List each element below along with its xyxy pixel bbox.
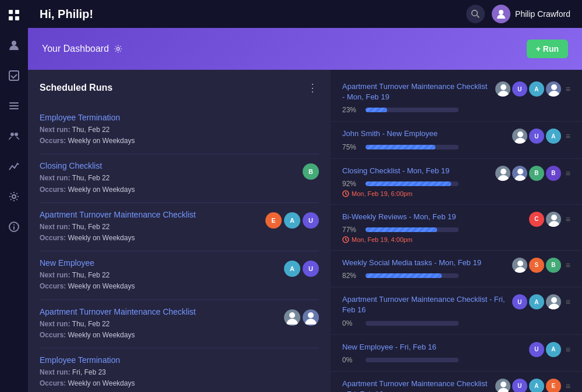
sidebar-item-list[interactable] (6, 98, 22, 114)
avatar (284, 309, 300, 326)
activity-menu-button[interactable]: ≡ (566, 169, 570, 178)
svg-point-15 (472, 10, 478, 16)
avatar: E (265, 212, 282, 229)
sidebar-item-team[interactable] (6, 128, 22, 144)
avatar-group: B (303, 163, 319, 180)
activity-time: Mon, Feb 19, 4:00pm (342, 236, 522, 243)
run-item-name[interactable]: Employee Termination (40, 113, 319, 122)
activity-name[interactable]: Apartment Turnover Maintenance Checklist… (342, 379, 488, 392)
svg-point-29 (517, 261, 523, 266)
avatar: E (546, 379, 561, 392)
progress-bar (365, 358, 459, 362)
user-profile[interactable]: Philip Crawford (492, 5, 570, 23)
search-button[interactable] (466, 5, 485, 23)
topbar: Hi, Philip! Philip Crawford (28, 0, 582, 28)
svg-rect-3 (15, 16, 19, 20)
avatar: A (284, 261, 300, 277)
svg-point-22 (551, 84, 557, 90)
activity-menu-button[interactable]: ≡ (566, 261, 570, 270)
avatar (512, 129, 527, 144)
svg-point-18 (117, 48, 120, 51)
activity-menu-button[interactable]: ≡ (566, 131, 570, 141)
table-row: New Employee - Fri, Feb 160%UA≡ (331, 335, 582, 372)
table-row: Closing Checklist - Mon, Feb 1992% Mon, … (331, 159, 582, 205)
run-item-name[interactable]: Employee Termination (40, 355, 319, 365)
sidebar-item-person[interactable] (6, 37, 22, 54)
page-title: Hi, Philip! (40, 8, 459, 21)
avatar (546, 294, 561, 309)
activity-items-list: Apartment Turnover Maintenance Checklist… (331, 74, 582, 392)
avatar: B (546, 258, 561, 273)
sidebar-item-info[interactable] (6, 219, 22, 235)
avatar (495, 81, 510, 97)
panel-header: Scheduled Runs ⋮ (40, 81, 319, 94)
svg-point-9 (10, 133, 14, 136)
table-row: Apartment Turnover Maintenance Checklist… (331, 287, 582, 334)
more-button[interactable]: ⋮ (307, 81, 319, 94)
sidebar-item-grid[interactable] (6, 7, 22, 23)
activity-panel: Apartment Turnover Maintenance Checklist… (331, 70, 582, 392)
sidebar-item-check[interactable] (6, 67, 22, 84)
svg-rect-8 (9, 108, 19, 109)
svg-point-26 (517, 169, 523, 174)
svg-rect-6 (9, 102, 19, 104)
avatar (495, 379, 510, 392)
progress-bar (365, 181, 459, 186)
activity-name[interactable]: Apartment Turnover Maintenance Checklist… (342, 81, 488, 102)
panel-title: Scheduled Runs (40, 83, 112, 93)
progress-bar (365, 227, 459, 232)
avatar: A (529, 379, 544, 392)
svg-rect-13 (13, 226, 15, 230)
activity-name[interactable]: New Employee - Fri, Feb 16 (342, 342, 522, 352)
svg-point-31 (501, 382, 506, 387)
svg-point-30 (551, 297, 557, 303)
avatar-group: UA (512, 294, 561, 309)
list-item: New EmployeeNext run: Thu, Feb 22Occurs:… (40, 251, 319, 300)
activity-name[interactable]: Closing Checklist - Mon, Feb 19 (342, 166, 488, 176)
table-row: John Smith - New Employee75%UA≡ (331, 122, 582, 158)
list-item: Closing ChecklistNext run: Thu, Feb 22Oc… (40, 154, 319, 202)
avatar: A (529, 294, 544, 309)
progress-bar (365, 108, 459, 112)
run-item-name[interactable]: Apartment Turnover Maintenance Checklist (40, 307, 284, 316)
progress-percent: 0% (342, 356, 361, 364)
activity-menu-button[interactable]: ≡ (566, 297, 570, 307)
avatar (512, 258, 527, 273)
avatar: A (546, 129, 561, 144)
list-item: Employee TerminationNext run: Thu, Feb 2… (40, 106, 319, 154)
svg-rect-5 (9, 71, 19, 80)
progress-bar (365, 273, 459, 278)
activity-menu-button[interactable]: ≡ (566, 215, 570, 224)
svg-rect-2 (9, 16, 13, 20)
avatar: A (529, 81, 544, 97)
main-area: Hi, Philip! Philip Crawford Your Dashboa… (28, 0, 582, 392)
run-item-name[interactable]: Closing Checklist (40, 161, 303, 170)
activity-menu-button[interactable]: ≡ (566, 84, 570, 94)
dashboard-title: Your Dashboard (42, 44, 123, 54)
avatar (492, 5, 510, 23)
activity-name[interactable]: Weekly Social Media tasks - Mon, Feb 19 (342, 258, 505, 268)
avatar: C (529, 212, 544, 227)
run-item-name[interactable]: Apartment Turnover Maintenance Checklist (40, 210, 265, 219)
progress-percent: 75% (342, 143, 361, 151)
run-item-name[interactable]: New Employee (40, 258, 284, 268)
svg-point-28 (551, 215, 557, 220)
activity-name[interactable]: John Smith - New Employee (342, 129, 505, 139)
settings-icon[interactable] (113, 44, 123, 54)
avatar-group: UAE (495, 379, 561, 392)
progress-percent: 92% (342, 180, 361, 188)
svg-point-17 (499, 10, 503, 15)
avatar-group: EAU (265, 212, 319, 229)
activity-name[interactable]: Bi-Weekly Reviews - Mon, Feb 19 (342, 212, 522, 222)
sidebar-item-gear[interactable] (6, 188, 22, 205)
table-row: Apartment Turnover Maintenance Checklist… (331, 74, 582, 122)
activity-name[interactable]: Apartment Turnover Maintenance Checklist… (342, 294, 505, 315)
sidebar (0, 0, 28, 392)
activity-menu-button[interactable]: ≡ (566, 382, 570, 391)
avatar: S (529, 258, 544, 273)
sidebar-item-chart[interactable] (6, 158, 22, 174)
table-row: Bi-Weekly Reviews - Mon, Feb 1977% Mon, … (331, 205, 582, 251)
list-item: Apartment Turnover Maintenance Checklist… (40, 203, 319, 251)
run-button[interactable]: + Run (527, 40, 568, 58)
activity-menu-button[interactable]: ≡ (566, 345, 570, 354)
